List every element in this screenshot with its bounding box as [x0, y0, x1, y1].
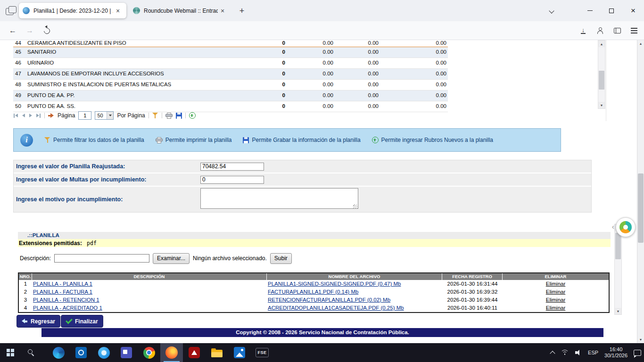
- taskbar-app-skype[interactable]: [92, 343, 115, 362]
- eliminar-link[interactable]: Eliminar: [546, 289, 566, 295]
- file-fecha: 2026-01-30 16:39:44: [442, 296, 503, 304]
- file-name-link[interactable]: PLANILLA1-SIGNED-SIGNED-SIGNED.PDF (0.47…: [268, 281, 401, 287]
- rubros-scrollbar[interactable]: ▲ ▼: [598, 40, 605, 109]
- taskbar-search-button[interactable]: [21, 343, 41, 362]
- taskbar-app-teams[interactable]: [115, 343, 138, 362]
- list-all-tabs-icon[interactable]: [547, 7, 556, 16]
- cell-value: 0.00: [287, 58, 335, 68]
- scroll-down-arrow[interactable]: ▼: [637, 336, 644, 343]
- file-desc-link[interactable]: PLANILLA - ACREDITADO 1: [33, 305, 102, 311]
- eliminar-link[interactable]: Eliminar: [546, 305, 566, 311]
- motivo-textarea[interactable]: [200, 188, 358, 209]
- taskbar-app-fse[interactable]: FSE: [251, 343, 273, 362]
- save-icon[interactable]: [176, 113, 182, 119]
- cell-value: 0.00: [287, 47, 335, 58]
- taskbar-app-firefox[interactable]: [160, 343, 183, 362]
- cell-desc: CERAMICA ANTIDESLIZANTE EN PISO: [27, 40, 225, 47]
- cell-value: 0.00: [335, 47, 380, 58]
- prev-page-button[interactable]: [22, 114, 25, 117]
- scroll-down-arrow[interactable]: ▼: [615, 308, 621, 314]
- window-maximize-button[interactable]: [601, 0, 622, 21]
- per-page-select[interactable]: 50: [95, 111, 114, 120]
- regresar-button[interactable]: Regresar: [17, 315, 60, 328]
- scroll-up-arrow[interactable]: ▲: [637, 40, 644, 47]
- finalizar-button[interactable]: Finalizar: [61, 315, 103, 328]
- window-minimize-button[interactable]: [579, 0, 601, 21]
- taskbar-app-outlook[interactable]: [70, 343, 92, 362]
- taskbar-app-edge[interactable]: [47, 343, 70, 362]
- print-icon: [156, 137, 163, 143]
- descripcion-input[interactable]: [54, 254, 149, 263]
- tab-close-icon[interactable]: ×: [218, 6, 227, 16]
- resize-grip-icon[interactable]: [353, 205, 357, 209]
- file-name-link[interactable]: RETENCIONFACTURAPLANILLA1.PDF (0.02) Mb: [268, 297, 390, 303]
- file-row: 4 PLANILLA - ACREDITADO 1 ACREDITADOPLAN…: [19, 304, 609, 312]
- new-tab-button[interactable]: +: [236, 5, 248, 17]
- back-button[interactable]: ←: [6, 24, 20, 38]
- go-to-page-icon[interactable]: [48, 113, 54, 118]
- browser-toolbar: ← → www.compraspublicas.gob.ec/ProcesoCo…: [0, 21, 644, 40]
- scrollbar-thumb[interactable]: [638, 173, 644, 243]
- downloads-button[interactable]: ↓: [576, 24, 590, 38]
- file-desc-link[interactable]: PLANILLA - FACTURA 1: [33, 289, 92, 295]
- subir-button[interactable]: Subir: [270, 253, 292, 264]
- reload-button[interactable]: [40, 24, 54, 38]
- taskbar-app-file-explorer[interactable]: [206, 343, 228, 362]
- tab-close-icon[interactable]: ×: [113, 6, 123, 16]
- main-scrollbar[interactable]: ▲ ▼: [637, 40, 644, 343]
- window-close-button[interactable]: ×: [622, 0, 644, 21]
- next-page-button[interactable]: [29, 114, 33, 117]
- account-button[interactable]: [593, 24, 607, 38]
- file-name-link[interactable]: ACREDITADOPLANILLA1CASADETEJA.PDF (0.25)…: [268, 305, 404, 311]
- firefox-view-icon[interactable]: [6, 6, 16, 15]
- page-number-input[interactable]: [78, 111, 91, 120]
- scrollbar-thumb[interactable]: [599, 71, 604, 90]
- separator: [149, 113, 149, 118]
- cell-cantidad: 0: [225, 90, 287, 101]
- hidden-icons-chevron[interactable]: [550, 351, 555, 356]
- sidebar-button[interactable]: [610, 24, 624, 38]
- taskbar-apps: FSE: [47, 343, 273, 362]
- taskbar-app-chrome[interactable]: [138, 343, 160, 362]
- print-icon[interactable]: [165, 113, 173, 119]
- tab-planilla[interactable]: Planilla1 | Desde: 2023-12-20 | ... ×: [19, 3, 126, 18]
- forward-button[interactable]: →: [23, 24, 37, 38]
- info-item: Permite filtrar los datos de la planilla: [44, 137, 144, 143]
- check-icon: [66, 317, 73, 324]
- wifi-icon[interactable]: [561, 350, 569, 356]
- file-desc-link[interactable]: PLANILLA - PLANILLA 1: [33, 281, 92, 287]
- widget-collapse-chevron[interactable]: ‹: [612, 223, 617, 230]
- taskbar-app-photos[interactable]: [228, 343, 251, 362]
- photos-icon: [234, 347, 245, 358]
- multas-input[interactable]: [200, 176, 264, 184]
- eliminar-link[interactable]: Eliminar: [546, 297, 566, 303]
- add-rubro-icon[interactable]: [189, 112, 196, 119]
- volume-icon[interactable]: [575, 350, 582, 355]
- taskbar-app-acrobat[interactable]: [183, 343, 206, 362]
- eliminar-link[interactable]: Eliminar: [546, 281, 566, 287]
- taskbar-clock[interactable]: 16:40 30/1/2026: [604, 346, 627, 359]
- app-menu-button[interactable]: [627, 24, 641, 38]
- file-name-link[interactable]: FACTURAPLANILLA1.PDF (0.14) Mb: [268, 289, 358, 295]
- start-button[interactable]: [0, 343, 21, 362]
- scrollbar-thumb[interactable]: [615, 233, 621, 259]
- file-desc-link[interactable]: PLANILLA - RETENCION 1: [33, 297, 99, 303]
- form-row: Ingrese el motivo por incumplimiento:: [14, 187, 591, 212]
- first-page-button[interactable]: [13, 114, 18, 118]
- cell-value: 0.00: [380, 80, 448, 90]
- last-page-button[interactable]: [36, 114, 41, 118]
- files-section-scrollbar[interactable]: ▲ ▼: [614, 224, 622, 315]
- file-nro: 1: [19, 280, 32, 288]
- filter-icon[interactable]: [152, 113, 158, 118]
- scroll-down-arrow[interactable]: ▼: [598, 102, 605, 108]
- examinar-button[interactable]: Examinar...: [153, 253, 190, 264]
- select-dropdown-icon[interactable]: [107, 112, 113, 119]
- tab-roundcube[interactable]: Roundcube Webmail :: Entrada ×: [129, 3, 231, 18]
- cell-num: 46: [13, 58, 27, 68]
- accessibility-widget-button[interactable]: [616, 217, 636, 237]
- action-center-icon[interactable]: [634, 350, 641, 356]
- scroll-up-arrow[interactable]: ▲: [598, 41, 605, 47]
- reajustada-input[interactable]: [200, 163, 264, 171]
- cell-desc: SANITARIO: [27, 47, 225, 58]
- language-indicator[interactable]: ESP: [588, 350, 598, 355]
